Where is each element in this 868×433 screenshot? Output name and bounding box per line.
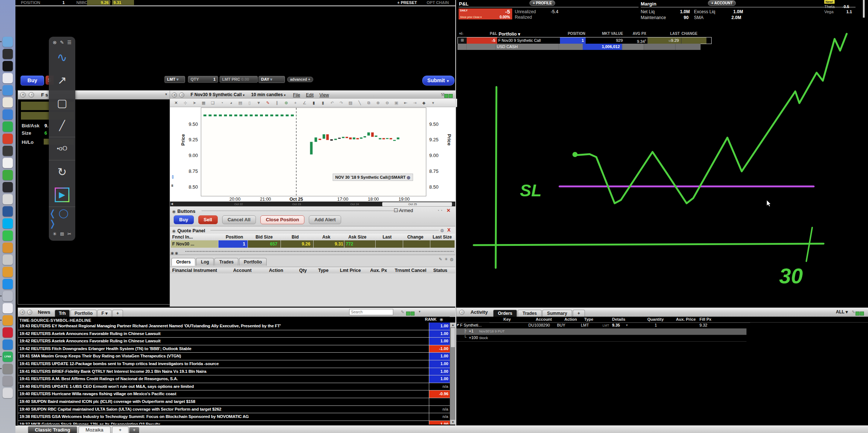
news-row[interactable]: 19:42 REUTERS Asetek Announces Favorable… bbox=[18, 330, 450, 338]
globe-icon[interactable]: ◕ bbox=[227, 99, 236, 107]
snapshot-icon[interactable]: ❏ bbox=[208, 99, 217, 107]
advanced-button[interactable]: advanced + bbox=[287, 77, 313, 82]
details-cell[interactable]: 9.35 bbox=[612, 323, 620, 327]
tab-summary[interactable]: Summary bbox=[542, 310, 572, 317]
annotate-icon[interactable]: ▨ bbox=[346, 99, 355, 107]
preset-button[interactable]: + PRESET bbox=[397, 0, 417, 5]
activity-column-header[interactable]: Key bbox=[503, 317, 511, 321]
chevron-down-icon[interactable]: ▾ bbox=[419, 310, 420, 313]
mini-bars-icon[interactable]: ∎ bbox=[171, 182, 174, 188]
workspace-tab--[interactable]: + bbox=[112, 426, 129, 433]
close-position-button[interactable]: Close Position bbox=[260, 215, 304, 224]
news-row[interactable]: 19:40 REUTERS Hurricane Willa ravages fi… bbox=[18, 390, 450, 398]
layers-icon[interactable]: ⧉ bbox=[364, 99, 373, 107]
order-row[interactable]: ◤ F Syntheti... DU1038290 BUY LMT LMT 9.… bbox=[456, 322, 868, 329]
lynx-dock-icon[interactable]: LYNX bbox=[3, 352, 13, 362]
quote-column-header[interactable]: Change bbox=[401, 234, 430, 240]
orders-column-header[interactable]: Account bbox=[231, 267, 267, 274]
annotation-color-ring-tool[interactable]: ❬ ◯ ❭ bbox=[49, 207, 75, 230]
close-icon[interactable]: ✕ bbox=[20, 310, 25, 315]
annotation-play-tool[interactable]: ▶ bbox=[55, 188, 69, 202]
annotation-dot-size-tool[interactable]: •oO bbox=[49, 137, 75, 160]
search-input[interactable] bbox=[349, 309, 393, 315]
news-row[interactable]: 19:40 SIUPDN Baird maintained ICON plc (… bbox=[18, 398, 450, 406]
chart-interval-select[interactable]: 10 min candles ▾ bbox=[251, 92, 285, 97]
panel-icon[interactable]: ▯ bbox=[245, 99, 254, 107]
blue-app-dock-icon[interactable] bbox=[3, 109, 13, 120]
trendline-icon[interactable]: ∠ bbox=[300, 99, 309, 107]
close-icon[interactable]: ✕ bbox=[446, 208, 451, 213]
tab-[interactable]: + bbox=[112, 310, 123, 317]
gray-app-dock-icon[interactable] bbox=[3, 364, 13, 374]
workspace-tab-classic-trading[interactable]: Classic Trading bbox=[28, 426, 77, 433]
activity-column-header[interactable]: Action bbox=[564, 317, 577, 321]
fit-icon[interactable]: ▣ bbox=[392, 99, 401, 107]
terminal-dock-icon[interactable] bbox=[3, 49, 13, 59]
word-dock-icon[interactable] bbox=[3, 206, 13, 216]
quote-column-header[interactable]: Position bbox=[220, 234, 249, 240]
news-row[interactable]: 19:40 REUTERS UPDATE 1-UBS CEO Ermotti w… bbox=[18, 383, 450, 391]
news-row[interactable]: 19:43 REUTERS EY Northeast Regional Mana… bbox=[18, 323, 450, 330]
orders-column-header[interactable]: Financial Instrument bbox=[170, 267, 231, 274]
scroll-up-icon[interactable]: ▲ bbox=[450, 323, 456, 327]
tab-orders[interactable]: Orders bbox=[493, 310, 517, 317]
pen-icon[interactable]: ✎ bbox=[852, 310, 855, 314]
pie-icon[interactable]: ◔ bbox=[217, 99, 227, 107]
annotation-freehand-tool[interactable]: ∿ bbox=[49, 46, 75, 69]
finder-dock-icon[interactable] bbox=[3, 37, 13, 47]
honeycomb-dock-icon[interactable] bbox=[3, 267, 13, 277]
annotation-arrow-tool[interactable]: ↗ bbox=[49, 69, 75, 91]
orders-column-header[interactable]: Trnsmt Cancel bbox=[393, 267, 431, 274]
annotation-frame-icon[interactable]: ⊞ bbox=[60, 231, 64, 237]
annotation-rectangle-tool[interactable]: ▢ bbox=[49, 91, 75, 114]
orders-column-header[interactable]: Qty bbox=[297, 267, 316, 274]
honeycomb-2-dock-icon[interactable] bbox=[3, 315, 13, 325]
workspace-tab-mozaika[interactable]: Mozaika bbox=[79, 426, 110, 433]
world-icon[interactable]: ⊜ bbox=[282, 99, 291, 107]
pen-icon[interactable]: ✎ bbox=[439, 257, 442, 261]
pan-left-icon[interactable]: ⇤ bbox=[401, 99, 410, 107]
tab-trades[interactable]: Trades bbox=[214, 258, 238, 266]
facetime-dock-icon[interactable] bbox=[3, 339, 13, 350]
quote-column-header[interactable]: Ask Size bbox=[342, 234, 373, 240]
red-app-dock-icon[interactable] bbox=[3, 134, 13, 144]
scroll-right-icon[interactable]: ▶ bbox=[453, 202, 455, 205]
zoom-out-icon[interactable]: ⊖ bbox=[383, 99, 392, 107]
news-row[interactable]: 19:41 REUTERS BRIEF-Fidelity Bank QTRLY … bbox=[18, 368, 450, 376]
pan-right-icon[interactable]: ⇥ bbox=[410, 99, 419, 107]
activity-column-header[interactable]: Aux. Price bbox=[676, 317, 696, 321]
armed-checkbox[interactable]: ☐ Armed bbox=[394, 208, 413, 213]
quote-column-header[interactable]: Bid bbox=[280, 234, 311, 240]
keynote-dock-icon[interactable] bbox=[3, 255, 13, 265]
buy-button[interactable]: Buy bbox=[21, 76, 44, 85]
evernote-dock-icon[interactable] bbox=[3, 121, 13, 132]
phone-app-dock-icon[interactable] bbox=[3, 230, 13, 241]
safari-dock-icon[interactable] bbox=[3, 85, 13, 95]
columns-icon[interactable]: ▤ bbox=[236, 99, 245, 107]
quote-column-header[interactable]: Last Size bbox=[430, 234, 455, 240]
news-row[interactable]: 19:40 SIUPDN RBC Capital maintained ULTA… bbox=[18, 406, 450, 414]
link-group-icon[interactable] bbox=[855, 310, 864, 317]
submit-button[interactable]: Submit ▼ bbox=[422, 76, 455, 85]
tif-select[interactable]: DAY ▾ bbox=[258, 76, 285, 83]
annotation-close-icon[interactable]: ⊗ bbox=[53, 40, 57, 45]
appstore-dock-icon[interactable] bbox=[3, 279, 13, 289]
tab-trh[interactable]: Trh bbox=[55, 310, 70, 317]
annotation-scissors-icon[interactable]: ✂ bbox=[68, 231, 72, 237]
block2-icon[interactable]: ▮ bbox=[318, 99, 328, 107]
gear-icon[interactable]: ◉ bbox=[440, 317, 443, 322]
chrome-dock-icon[interactable] bbox=[3, 97, 13, 108]
chart-plot[interactable] bbox=[201, 108, 426, 196]
quote-column-header[interactable]: Ask bbox=[311, 234, 342, 240]
activity-column-header[interactable]: Quantity bbox=[647, 317, 664, 321]
trash-dock-icon[interactable] bbox=[3, 388, 13, 398]
panel-toggle-icon[interactable]: ◉ bbox=[172, 229, 176, 233]
activity-column-header[interactable]: Type bbox=[584, 317, 593, 321]
annotation-reset-tool[interactable]: ↻ bbox=[49, 160, 75, 183]
news-row[interactable]: 19:38 REUTERS GSA Welcomes Industry to T… bbox=[18, 413, 450, 421]
close-icon[interactable]: ✕ bbox=[20, 92, 26, 98]
chevron-down-icon[interactable]: ▾ bbox=[165, 92, 167, 96]
pen-icon[interactable]: ✎ bbox=[401, 310, 404, 314]
news-row[interactable]: 19:42 REUTERS Fitch Downgrades Erlanger … bbox=[18, 345, 450, 353]
tab-portfolio[interactable]: Portfolio bbox=[239, 258, 267, 266]
